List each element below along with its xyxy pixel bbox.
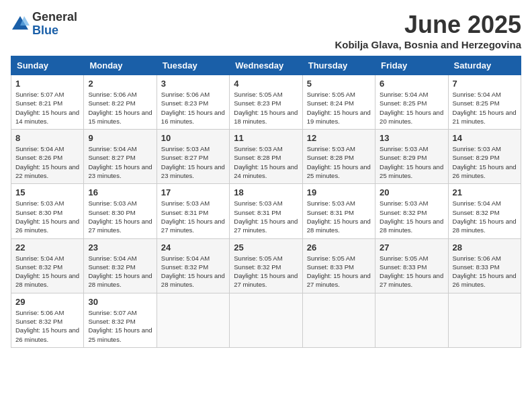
- day-number: 19: [307, 187, 371, 197]
- location-title: Kobilja Glava, Bosnia and Herzegovina: [335, 39, 521, 50]
- day-number: 9: [88, 133, 152, 143]
- day-number: 1: [15, 79, 79, 89]
- day-number: 16: [88, 187, 152, 197]
- calendar-week-row: 1 Sunrise: 5:07 AM Sunset: 8:21 PM Dayli…: [11, 75, 521, 130]
- day-info: Sunrise: 5:07 AM Sunset: 8:21 PM Dayligh…: [15, 90, 79, 126]
- month-title: June 2025: [335, 11, 521, 39]
- day-info: Sunrise: 5:03 AM Sunset: 8:32 PM Dayligh…: [380, 199, 443, 234]
- day-info: Sunrise: 5:05 AM Sunset: 8:33 PM Dayligh…: [380, 254, 443, 289]
- calendar-day-cell: 7 Sunrise: 5:04 AM Sunset: 8:25 PM Dayli…: [448, 75, 521, 130]
- calendar-week-row: 8 Sunrise: 5:04 AM Sunset: 8:26 PM Dayli…: [11, 130, 521, 184]
- day-info: Sunrise: 5:03 AM Sunset: 8:30 PM Dayligh…: [15, 199, 79, 234]
- day-info: Sunrise: 5:05 AM Sunset: 8:24 PM Dayligh…: [307, 90, 371, 126]
- calendar-day-cell: 22 Sunrise: 5:04 AM Sunset: 8:32 PM Dayl…: [11, 238, 84, 293]
- calendar-week-row: 22 Sunrise: 5:04 AM Sunset: 8:32 PM Dayl…: [11, 238, 521, 293]
- calendar-day-cell: 3 Sunrise: 5:06 AM Sunset: 8:23 PM Dayli…: [157, 75, 229, 130]
- day-number: 23: [88, 242, 152, 253]
- day-info: Sunrise: 5:04 AM Sunset: 8:32 PM Dayligh…: [161, 254, 225, 289]
- logo: General Blue: [11, 11, 77, 38]
- calendar-day-cell: 11 Sunrise: 5:03 AM Sunset: 8:28 PM Dayl…: [230, 130, 302, 184]
- day-info: Sunrise: 5:03 AM Sunset: 8:28 PM Dayligh…: [234, 144, 298, 180]
- day-number: 2: [88, 79, 152, 89]
- day-number: 21: [453, 187, 517, 197]
- weekday-header: Saturday: [448, 56, 521, 75]
- day-info: Sunrise: 5:05 AM Sunset: 8:32 PM Dayligh…: [234, 254, 298, 289]
- day-number: 13: [380, 133, 443, 143]
- day-info: Sunrise: 5:04 AM Sunset: 8:32 PM Dayligh…: [453, 199, 517, 234]
- day-info: Sunrise: 5:05 AM Sunset: 8:33 PM Dayligh…: [307, 254, 371, 289]
- weekday-header: Tuesday: [157, 56, 229, 75]
- logo-blue-text: Blue: [32, 24, 77, 38]
- weekday-header: Wednesday: [230, 56, 302, 75]
- day-number: 22: [15, 242, 79, 253]
- calendar-day-cell: 29 Sunrise: 5:06 AM Sunset: 8:32 PM Dayl…: [11, 293, 84, 347]
- day-number: 29: [15, 297, 79, 307]
- day-info: Sunrise: 5:06 AM Sunset: 8:33 PM Dayligh…: [453, 254, 517, 289]
- calendar-day-cell: 27 Sunrise: 5:05 AM Sunset: 8:33 PM Dayl…: [375, 238, 448, 293]
- calendar-day-cell: 30 Sunrise: 5:07 AM Sunset: 8:32 PM Dayl…: [84, 293, 157, 347]
- weekday-header: Monday: [84, 56, 157, 75]
- calendar-day-cell: [448, 293, 521, 347]
- day-info: Sunrise: 5:06 AM Sunset: 8:32 PM Dayligh…: [15, 308, 79, 344]
- day-info: Sunrise: 5:03 AM Sunset: 8:30 PM Dayligh…: [88, 199, 152, 234]
- calendar-day-cell: 28 Sunrise: 5:06 AM Sunset: 8:33 PM Dayl…: [448, 238, 521, 293]
- calendar-day-cell: 12 Sunrise: 5:03 AM Sunset: 8:28 PM Dayl…: [302, 130, 375, 184]
- calendar-table: SundayMondayTuesdayWednesdayThursdayFrid…: [11, 56, 521, 348]
- day-number: 15: [15, 187, 79, 197]
- calendar-day-cell: 8 Sunrise: 5:04 AM Sunset: 8:26 PM Dayli…: [11, 130, 84, 184]
- calendar-day-cell: 13 Sunrise: 5:03 AM Sunset: 8:29 PM Dayl…: [375, 130, 448, 184]
- day-info: Sunrise: 5:06 AM Sunset: 8:22 PM Dayligh…: [88, 90, 152, 126]
- calendar-week-row: 15 Sunrise: 5:03 AM Sunset: 8:30 PM Dayl…: [11, 184, 521, 238]
- day-number: 20: [380, 187, 443, 197]
- calendar-day-cell: 10 Sunrise: 5:03 AM Sunset: 8:27 PM Dayl…: [157, 130, 229, 184]
- calendar-day-cell: 14 Sunrise: 5:03 AM Sunset: 8:29 PM Dayl…: [448, 130, 521, 184]
- day-info: Sunrise: 5:03 AM Sunset: 8:29 PM Dayligh…: [453, 144, 517, 180]
- day-number: 7: [453, 79, 517, 89]
- day-number: 28: [453, 242, 517, 253]
- logo-general-text: General: [32, 11, 77, 24]
- calendar-day-cell: 19 Sunrise: 5:03 AM Sunset: 8:31 PM Dayl…: [302, 184, 375, 238]
- day-number: 18: [234, 187, 298, 197]
- calendar-week-row: 29 Sunrise: 5:06 AM Sunset: 8:32 PM Dayl…: [11, 293, 521, 347]
- calendar-day-cell: 25 Sunrise: 5:05 AM Sunset: 8:32 PM Dayl…: [230, 238, 302, 293]
- day-number: 8: [15, 133, 79, 143]
- day-info: Sunrise: 5:06 AM Sunset: 8:23 PM Dayligh…: [161, 90, 225, 126]
- calendar-day-cell: [375, 293, 448, 347]
- day-info: Sunrise: 5:04 AM Sunset: 8:26 PM Dayligh…: [15, 144, 79, 180]
- day-number: 5: [307, 79, 371, 89]
- day-info: Sunrise: 5:04 AM Sunset: 8:32 PM Dayligh…: [15, 254, 79, 289]
- calendar-day-cell: [302, 293, 375, 347]
- day-number: 24: [161, 242, 225, 253]
- day-info: Sunrise: 5:07 AM Sunset: 8:32 PM Dayligh…: [88, 308, 152, 344]
- day-number: 26: [307, 242, 371, 253]
- calendar-day-cell: 17 Sunrise: 5:03 AM Sunset: 8:31 PM Dayl…: [157, 184, 229, 238]
- calendar-day-cell: 18 Sunrise: 5:03 AM Sunset: 8:31 PM Dayl…: [230, 184, 302, 238]
- day-info: Sunrise: 5:04 AM Sunset: 8:27 PM Dayligh…: [88, 144, 152, 180]
- calendar-day-cell: [230, 293, 302, 347]
- day-number: 14: [453, 133, 517, 143]
- weekday-header: Thursday: [302, 56, 375, 75]
- day-number: 6: [380, 79, 443, 89]
- weekday-header-row: SundayMondayTuesdayWednesdayThursdayFrid…: [11, 56, 521, 75]
- logo-icon: [11, 15, 30, 34]
- day-info: Sunrise: 5:04 AM Sunset: 8:25 PM Dayligh…: [453, 90, 517, 126]
- calendar-day-cell: 6 Sunrise: 5:04 AM Sunset: 8:25 PM Dayli…: [375, 75, 448, 130]
- calendar-day-cell: 20 Sunrise: 5:03 AM Sunset: 8:32 PM Dayl…: [375, 184, 448, 238]
- page-header: General Blue June 2025 Kobilja Glava, Bo…: [11, 11, 521, 50]
- calendar-day-cell: [157, 293, 229, 347]
- weekday-header: Sunday: [11, 56, 84, 75]
- calendar-day-cell: 15 Sunrise: 5:03 AM Sunset: 8:30 PM Dayl…: [11, 184, 84, 238]
- day-info: Sunrise: 5:04 AM Sunset: 8:32 PM Dayligh…: [88, 254, 152, 289]
- day-number: 27: [380, 242, 443, 253]
- day-number: 12: [307, 133, 371, 143]
- day-info: Sunrise: 5:04 AM Sunset: 8:25 PM Dayligh…: [380, 90, 443, 126]
- day-info: Sunrise: 5:03 AM Sunset: 8:27 PM Dayligh…: [161, 144, 225, 180]
- weekday-header: Friday: [375, 56, 448, 75]
- day-number: 30: [88, 297, 152, 307]
- day-number: 4: [234, 79, 298, 89]
- day-info: Sunrise: 5:03 AM Sunset: 8:31 PM Dayligh…: [161, 199, 225, 234]
- calendar-day-cell: 2 Sunrise: 5:06 AM Sunset: 8:22 PM Dayli…: [84, 75, 157, 130]
- calendar-day-cell: 23 Sunrise: 5:04 AM Sunset: 8:32 PM Dayl…: [84, 238, 157, 293]
- day-number: 25: [234, 242, 298, 253]
- day-info: Sunrise: 5:03 AM Sunset: 8:28 PM Dayligh…: [307, 144, 371, 180]
